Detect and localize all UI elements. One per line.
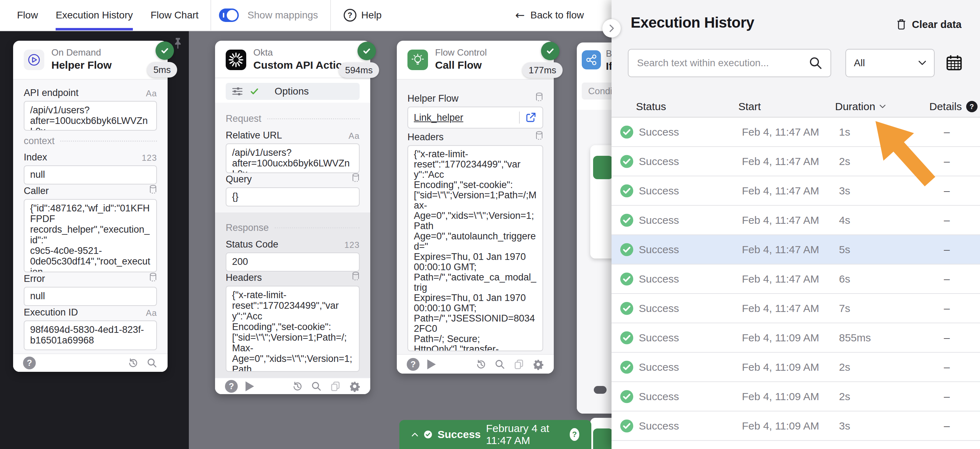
field-value-box[interactable]: null — [24, 287, 157, 306]
card-helper-flow[interactable]: On Demand Helper Flow 5ms API endpoint — [13, 41, 168, 372]
column-details: Details ? — [929, 101, 977, 113]
table-row[interactable]: SuccessFeb 4, 11:47 AM4s– — [611, 206, 980, 235]
calendar-icon[interactable] — [945, 54, 963, 73]
start-time: Feb 4, 11:09 AM — [742, 420, 819, 432]
field-value-box[interactable]: 200 — [226, 252, 360, 271]
help-button[interactable]: ? Help — [344, 0, 382, 30]
help-icon[interactable]: ? — [570, 428, 579, 441]
field-label: API endpoint — [24, 87, 79, 98]
more-steps-icon[interactable] — [594, 386, 606, 394]
field-value-box[interactable]: {"id":487162,"wf_id":"01KFHFPDF records_… — [24, 199, 157, 272]
object-icon — [352, 173, 360, 185]
field-execution-id: Execution ID Aa 98f4694d-5830-4ed1-823f-… — [24, 307, 157, 350]
execution-status-banner[interactable]: Success February 4 at 11:47 AM ? — [399, 420, 591, 449]
nav-divider — [330, 0, 331, 30]
section-context: context — [24, 136, 157, 147]
status-filter-dropdown[interactable]: All — [845, 49, 935, 77]
response-section: Response Status Code 123 200 Headers — [215, 213, 370, 378]
chevron-right-icon — [608, 23, 615, 33]
status-label: Success — [639, 420, 679, 432]
help-icon: ? — [344, 9, 356, 22]
table-row[interactable]: SuccessFeb 4, 11:09 AM3s– — [611, 411, 980, 441]
history-icon[interactable] — [475, 359, 487, 370]
duration-value: 1s — [839, 126, 850, 138]
success-check-icon — [620, 213, 634, 227]
search-icon[interactable] — [311, 381, 322, 392]
status-label: Success — [639, 155, 679, 168]
help-icon[interactable]: ? — [23, 357, 36, 369]
copy-icon[interactable] — [330, 381, 341, 392]
field-relative-url: Relative URL Aa /api/v1/users? after=100… — [226, 130, 360, 173]
card-body: Helper Flow Link_helper — [397, 80, 554, 354]
tab-execution-history[interactable]: Execution History — [56, 0, 133, 30]
copy-icon[interactable] — [513, 359, 525, 370]
details-help-icon[interactable]: ? — [966, 101, 977, 112]
field-value-box[interactable]: {} — [226, 187, 360, 206]
toggle-on-mark — [223, 13, 224, 18]
column-duration[interactable]: Duration — [835, 101, 886, 113]
help-icon[interactable]: ? — [225, 380, 238, 393]
search-icon[interactable] — [494, 359, 506, 370]
table-row[interactable]: SuccessFeb 4, 11:47 AM1s– — [611, 117, 980, 147]
column-status: Status — [636, 101, 666, 113]
table-row[interactable]: SuccessFeb 4, 11:09 AM2s– — [611, 353, 980, 382]
table-row[interactable]: SuccessFeb 4, 11:47 AM6s– — [611, 265, 980, 294]
helper-flow-link[interactable]: Link_helper — [414, 112, 514, 123]
show-mappings-toggle[interactable] — [219, 8, 239, 22]
panel-title: Execution History — [631, 14, 754, 31]
table-row[interactable]: SuccessFeb 4, 11:09 AM855ms– — [611, 323, 980, 353]
gear-icon[interactable] — [349, 381, 360, 392]
nested-step-icon — [593, 428, 613, 449]
field-headers: Headers {"x-rate-limit- reset":"17702344… — [226, 273, 360, 372]
clear-data-button[interactable]: Clear data — [896, 18, 962, 30]
table-row[interactable]: SuccessFeb 4, 11:47 AM7s– — [611, 294, 980, 323]
field-label: Headers — [407, 132, 444, 143]
table-row[interactable]: SuccessFeb 4, 11:09 AM2s– — [611, 382, 980, 411]
start-time: Feb 4, 11:47 AM — [742, 302, 819, 314]
duration-value: 2s — [839, 155, 850, 168]
field-value-box[interactable]: {"x-rate-limit- reset":"1770234499","var… — [226, 286, 360, 372]
object-icon — [535, 92, 543, 104]
play-icon[interactable] — [245, 381, 254, 391]
helper-flow-link-box: Link_helper — [407, 106, 543, 129]
search-icon[interactable] — [808, 56, 822, 71]
card-custom-api-action[interactable]: Okta Custom API Action 594ms — [215, 41, 370, 394]
collapse-panel-button[interactable] — [602, 19, 621, 38]
table-row[interactable]: SuccessFeb 4, 11:47 AM2s– — [611, 147, 980, 176]
tab-flow[interactable]: Flow — [17, 0, 38, 30]
back-to-flow-button[interactable]: ← Back to flow — [515, 0, 584, 30]
execution-table-body: SuccessFeb 4, 11:47 AM1s–SuccessFeb 4, 1… — [611, 117, 980, 449]
search-input[interactable] — [628, 49, 831, 77]
field-value-box[interactable]: 98f4694d-5830-4ed1-823f- b16501a69968 — [24, 320, 157, 350]
success-check-icon — [620, 390, 634, 404]
history-icon[interactable] — [291, 381, 303, 392]
help-icon[interactable]: ? — [407, 358, 420, 371]
filter-selected-value: All — [854, 57, 918, 69]
duration-value: 2s — [839, 361, 850, 373]
table-header: Status Start Duration Details ? — [611, 95, 980, 117]
search-icon[interactable] — [146, 357, 158, 369]
field-value-box[interactable]: {"x-rate-limit- reset":"1770234499","var… — [407, 145, 543, 351]
details-placeholder: – — [944, 155, 950, 168]
success-check-icon — [620, 301, 634, 316]
history-icon[interactable] — [127, 357, 138, 369]
pin-icon[interactable] — [172, 37, 184, 53]
object-icon — [149, 272, 157, 284]
external-link-icon[interactable] — [525, 111, 537, 124]
field-query: Query {} — [226, 174, 360, 206]
sort-desc-icon — [880, 105, 886, 109]
start-time: Feb 4, 11:47 AM — [742, 185, 819, 197]
field-value-box[interactable]: null — [24, 165, 157, 184]
card-call-flow[interactable]: Flow Control Call Flow 177ms Helper Flow — [397, 41, 554, 374]
number-type-badge: 123 — [142, 153, 157, 163]
field-value-box[interactable]: /api/v1/users? after=100ucxb6byk6LWVZnL0… — [24, 101, 157, 131]
play-icon[interactable] — [427, 359, 436, 369]
success-check-icon — [620, 419, 634, 433]
bulb-icon — [407, 49, 428, 70]
table-row[interactable]: SuccessFeb 4, 11:47 AM3s– — [611, 176, 980, 206]
options-row[interactable]: Options — [226, 83, 360, 100]
field-value-box[interactable]: /api/v1/users? after=100ucxb6byk6LWVZnL0… — [226, 143, 360, 173]
tab-flow-chart[interactable]: Flow Chart — [151, 0, 199, 30]
gear-icon[interactable] — [533, 359, 544, 370]
table-row[interactable]: SuccessFeb 4, 11:47 AM5s– — [611, 235, 980, 265]
